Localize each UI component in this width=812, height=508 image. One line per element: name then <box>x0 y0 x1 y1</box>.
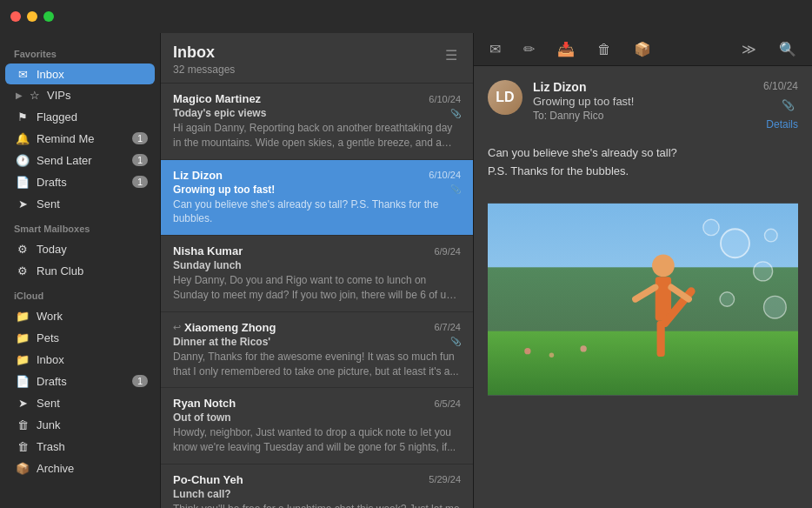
svg-point-14 <box>720 291 735 306</box>
to-recipient: Danny Rico <box>549 110 603 122</box>
svg-point-10 <box>754 261 773 280</box>
sidebar-item-trash[interactable]: 🗑 Trash <box>5 436 155 457</box>
svg-point-12 <box>764 229 777 242</box>
maximize-button[interactable] <box>43 11 54 22</box>
sidebar-item-label-trash: Trash <box>37 440 65 453</box>
sidebar-item-junk[interactable]: 🗑 Junk <box>5 414 155 435</box>
detail-pane: ✉ ✏ 📥 🗑 📦 ≫ 🔍 LD Liz Dizon Growing up to… <box>474 33 812 508</box>
star-icon: ☆ <box>30 89 40 102</box>
email-subject-header: Growing up too fast! <box>533 95 763 108</box>
icloud-drafts-icon: 📄 <box>16 374 30 388</box>
preview-msg1: Hi again Danny, Reporting back on anothe… <box>173 121 461 150</box>
icloud-sent-icon: ➤ <box>16 396 30 410</box>
preview-msg6: Think you'll be free for a lunchtime cha… <box>173 502 461 508</box>
attachment-icon-msg2: 📎 <box>450 184 461 194</box>
icloud-inbox-icon: 📁 <box>16 352 30 366</box>
draft-icon: 📄 <box>16 175 30 189</box>
sent-icon: ➤ <box>16 197 30 211</box>
sidebar-item-label-vips: VIPs <box>47 89 70 102</box>
message-item-msg3[interactable]: Nisha Kumar 6/9/24 Sunday lunch Hey Dann… <box>161 236 473 312</box>
toolbar-trash-icon[interactable]: 🗑 <box>594 38 615 61</box>
sidebar-item-label-run-club: Run Club <box>37 264 83 277</box>
run-club-icon: ⚙ <box>16 264 30 277</box>
date-msg5: 6/5/24 <box>434 398 461 409</box>
app-body: Favorites ✉ Inbox ▶ ☆ VIPs ⚑ Flagged 🔔 R… <box>0 33 812 508</box>
sidebar-item-send-later[interactable]: 🕐 Send Later 1 <box>5 150 155 170</box>
sidebar: Favorites ✉ Inbox ▶ ☆ VIPs ⚑ Flagged 🔔 R… <box>0 33 161 508</box>
sidebar-item-drafts[interactable]: 📄 Drafts 1 <box>5 171 155 192</box>
favorites-label: Favorites <box>0 40 160 63</box>
sidebar-item-label-flagged: Flagged <box>37 110 77 124</box>
sender-msg3: Nisha Kumar <box>173 244 243 257</box>
trash-icon: 🗑 <box>16 439 30 453</box>
sender-msg5: Ryan Notch <box>173 397 236 410</box>
icloud-drafts-badge: 1 <box>132 375 148 387</box>
clock-icon: 🕐 <box>16 153 30 167</box>
sidebar-item-label-junk: Junk <box>37 418 60 431</box>
sidebar-item-run-club[interactable]: ⚙ Run Club <box>5 260 155 281</box>
icloud-label: iCloud <box>0 282 160 304</box>
sidebar-item-label-pets: Pets <box>37 331 59 344</box>
toolbar-move-icon[interactable]: 📦 <box>630 37 655 61</box>
toolbar-search-icon[interactable]: 🔍 <box>775 37 800 61</box>
bell-icon: 🔔 <box>16 131 30 145</box>
sidebar-item-pets[interactable]: 📁 Pets <box>5 327 155 348</box>
message-item-msg2[interactable]: Liz Dizon 6/10/24 Growing up too fast! 📎… <box>161 160 473 237</box>
sidebar-item-label-work: Work <box>37 310 63 323</box>
close-button[interactable] <box>10 11 21 22</box>
message-item-msg1[interactable]: Magico Martinez 6/10/24 Today's epic vie… <box>161 84 473 160</box>
sidebar-item-remind-me[interactable]: 🔔 Remind Me 1 <box>5 128 155 149</box>
sidebar-item-icloud-drafts[interactable]: 📄 Drafts 1 <box>5 371 155 391</box>
detail-toolbar: ✉ ✏ 📥 🗑 📦 ≫ 🔍 <box>474 33 812 66</box>
titlebar <box>0 0 812 33</box>
sidebar-item-flagged[interactable]: ⚑ Flagged <box>5 106 155 127</box>
toolbar-archive-icon[interactable]: 📥 <box>554 37 578 61</box>
sidebar-item-label-archive: Archive <box>37 462 74 475</box>
svg-rect-2 <box>488 331 798 394</box>
body-line1: Can you believe she's already so tall? <box>488 144 798 163</box>
svg-point-15 <box>524 348 530 354</box>
sidebar-item-vips[interactable]: ▶ ☆ VIPs <box>5 85 155 105</box>
svg-point-16 <box>549 352 555 358</box>
attachment-icon-msg1: 📎 <box>450 109 461 118</box>
message-item-msg6[interactable]: Po-Chun Yeh 5/29/24 Lunch call? Think yo… <box>161 465 473 508</box>
reply-icon-msg4: ↩ <box>173 322 181 333</box>
preview-msg2: Can you believe she's already so tall? P… <box>173 197 461 227</box>
minimize-button[interactable] <box>27 11 37 22</box>
sidebar-item-label-icloud-inbox: Inbox <box>37 353 64 366</box>
sidebar-item-sent[interactable]: ➤ Sent <box>5 193 155 214</box>
message-item-msg5[interactable]: Ryan Notch 6/5/24 Out of town Howdy, nei… <box>161 388 473 465</box>
message-count: 32 messages <box>173 64 235 76</box>
sidebar-item-icloud-inbox[interactable]: 📁 Inbox <box>5 349 155 370</box>
toolbar-envelope-icon[interactable]: ✉ <box>486 37 504 61</box>
toolbar-compose-icon[interactable]: ✏ <box>520 37 538 61</box>
smart-mailboxes-label: Smart Mailboxes <box>0 215 160 237</box>
archive-icon: 📦 <box>16 461 30 475</box>
svg-point-3 <box>652 254 675 277</box>
message-item-msg4[interactable]: ↩ Xiaomeng Zhong 6/7/24 Dinner at the Ri… <box>161 312 473 389</box>
email-to: To: Danny Rico <box>533 110 763 122</box>
message-items: Magico Martinez 6/10/24 Today's epic vie… <box>161 84 473 508</box>
sender-avatar: LD <box>488 80 522 115</box>
sidebar-item-archive[interactable]: 📦 Archive <box>5 458 155 478</box>
sidebar-item-label-icloud-drafts: Drafts <box>37 375 67 388</box>
toolbar-more-icon[interactable]: ≫ <box>738 37 760 61</box>
sidebar-item-icloud-sent[interactable]: ➤ Sent <box>5 392 155 413</box>
subject-msg4: Dinner at the Ricos' 📎 <box>173 336 461 348</box>
preview-msg4: Danny, Thanks for the awesome evening! I… <box>173 350 461 379</box>
details-link[interactable]: Details <box>766 118 798 130</box>
sidebar-item-today[interactable]: ⚙ Today <box>5 238 155 259</box>
drafts-badge: 1 <box>132 176 148 188</box>
email-attachment-icon: 📎 <box>778 96 798 115</box>
remind-me-badge: 1 <box>132 132 148 144</box>
sender-msg1: Magico Martinez <box>173 92 261 105</box>
sidebar-item-work[interactable]: 📁 Work <box>5 305 155 326</box>
inbox-title: Inbox <box>173 43 235 62</box>
preview-msg5: Howdy, neighbor, Just wanted to drop a q… <box>173 425 461 455</box>
detail-content: LD Liz Dizon Growing up too fast! To: Da… <box>474 66 812 508</box>
flag-icon: ⚑ <box>16 110 30 124</box>
filter-icon[interactable]: ☰ <box>442 43 461 67</box>
sidebar-item-label-sent: Sent <box>37 197 60 211</box>
sidebar-item-inbox[interactable]: ✉ Inbox <box>5 64 155 84</box>
sender-msg6: Po-Chun Yeh <box>173 473 243 486</box>
